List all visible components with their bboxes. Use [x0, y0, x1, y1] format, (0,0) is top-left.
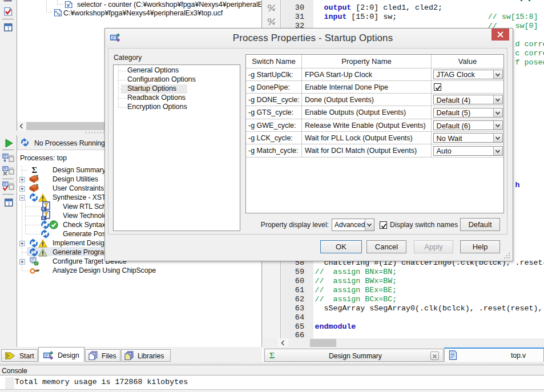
svg-text:Σ: Σ [269, 351, 275, 360]
svg-text:F: F [59, 13, 61, 17]
svg-text:v: v [67, 2, 70, 8]
